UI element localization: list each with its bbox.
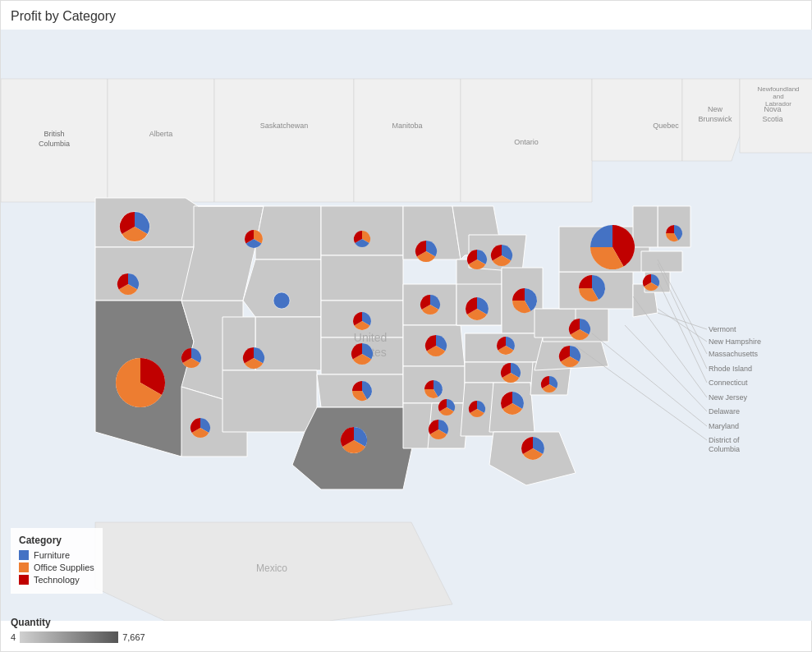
quantity-title: Quantity [11,617,145,628]
svg-text:New: New [708,105,723,113]
legend-item-office-supplies: Office Supplies [19,562,94,572]
svg-text:Newfoundland: Newfoundland [757,85,799,93]
office-supplies-swatch [19,562,29,572]
svg-text:Massachusetts: Massachusetts [709,350,759,358]
map-svg: British Columbia Alberta Saskatchewan Ma… [1,30,812,621]
svg-text:Mexico: Mexico [256,562,287,574]
map-area: British Columbia Alberta Saskatchewan Ma… [1,30,812,621]
quantity-gradient-bar [20,631,118,643]
svg-text:Connecticut: Connecticut [709,379,748,387]
svg-text:District of: District of [709,436,740,444]
main-container: Profit by Category British Columbia Albe… [0,0,812,652]
svg-text:Brunswick: Brunswick [698,115,732,123]
page-title: Profit by Category [11,9,116,24]
technology-label: Technology [34,575,80,585]
quantity-max: 7,667 [122,632,145,642]
svg-text:Labrador: Labrador [765,100,791,108]
svg-text:Delaware: Delaware [709,407,740,416]
svg-text:Rhode Island: Rhode Island [709,365,752,373]
svg-text:Columbia: Columbia [709,445,740,453]
furniture-swatch [19,550,29,560]
svg-text:New Jersey: New Jersey [709,393,748,402]
quantity-legend: Quantity 4 7,667 [11,617,145,643]
svg-text:Quebec: Quebec [653,122,679,130]
furniture-label: Furniture [34,550,70,560]
svg-text:and: and [773,93,783,100]
category-legend: Category Furniture Office Supplies Techn… [11,528,103,594]
svg-text:United: United [354,331,387,344]
legend-item-furniture: Furniture [19,550,94,560]
svg-text:Manitoba: Manitoba [392,122,422,130]
svg-text:Saskatchewan: Saskatchewan [260,122,309,130]
office-supplies-label: Office Supplies [34,562,94,572]
svg-text:Columbia: Columbia [39,140,70,148]
svg-text:Vermont: Vermont [709,325,736,333]
legend-item-technology: Technology [19,575,94,585]
svg-text:Scotia: Scotia [762,115,782,123]
svg-text:Maryland: Maryland [709,422,739,430]
svg-text:New Hampshire: New Hampshire [709,337,761,346]
quantity-min: 4 [11,632,16,642]
svg-text:Ontario: Ontario [514,138,539,146]
legend-title: Category [19,535,94,546]
quantity-bar-row: 4 7,667 [11,631,145,643]
svg-text:Alberta: Alberta [149,130,173,138]
svg-text:British: British [44,130,64,138]
technology-swatch [19,575,29,585]
